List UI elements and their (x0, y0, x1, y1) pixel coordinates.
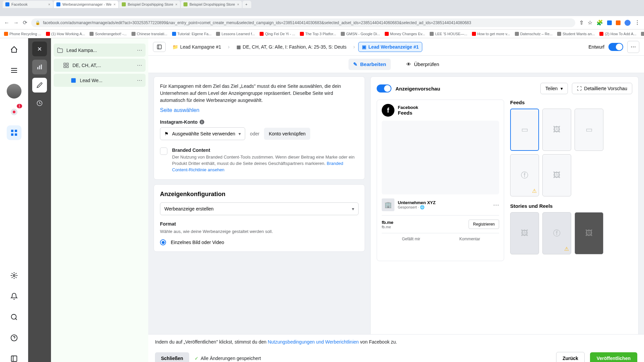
cta-button[interactable]: Registrieren (469, 220, 499, 229)
tree-campaign[interactable]: Lead Kampa... ⋯ (54, 44, 146, 57)
crumb-ad[interactable]: ▣Lead Werbeanzeige #1 (358, 42, 422, 52)
more-icon[interactable]: ⋯ (137, 47, 142, 53)
bell-icon[interactable] (7, 289, 21, 304)
ext-icon[interactable] (616, 20, 621, 25)
back-button[interactable]: Zurück (556, 352, 585, 362)
placement-thumb[interactable]: 🖼 (542, 109, 571, 151)
close-button[interactable]: Schließen (155, 352, 189, 362)
crumb-campaign[interactable]: 📁Lead Kampagne #1 (169, 42, 224, 52)
ext-icon[interactable] (607, 20, 612, 25)
image-icon: 🖼 (521, 229, 528, 238)
config-dropdown[interactable]: Werbeanzeige erstellen ▾ (160, 202, 359, 215)
bookmark-item[interactable]: LEE 'S HOUSE—... (430, 32, 467, 36)
tab-ads-manager[interactable]: Werbeanzeigenmanager - We× (54, 1, 118, 8)
ads-icon[interactable]: 1 (7, 105, 21, 119)
more-icon[interactable]: ⋯ (137, 62, 142, 68)
detailed-preview-button[interactable]: ⛶Detaillierte Vorschau (572, 83, 632, 94)
tab-facebook[interactable]: Facebook× (3, 1, 53, 8)
home-icon[interactable] (7, 42, 21, 57)
extension-icons: ⇧ ☆ 🧩 ⋮ (579, 19, 640, 26)
reload-icon[interactable]: ⟳ (23, 19, 27, 26)
close-icon[interactable]: × (113, 2, 115, 6)
placement-thumb[interactable]: ⓕ⚠ (510, 154, 539, 196)
comment-button[interactable]: Kommentar (440, 233, 499, 245)
bookmark-item[interactable]: Student Wants an... (557, 32, 595, 36)
settings-icon[interactable] (7, 268, 21, 283)
branded-title: Branded Content (172, 147, 359, 153)
avatar-icon[interactable] (625, 20, 631, 26)
bookmark-item[interactable]: (1) How Working A... (46, 32, 85, 36)
ad-media-placeholder (382, 121, 499, 194)
bookmark-item[interactable]: Qing Fei De Yi - ... (260, 32, 295, 36)
grid-icon (63, 62, 69, 68)
clock-icon[interactable] (32, 96, 47, 111)
bookmark-item[interactable]: (2) How To Add A... (599, 32, 636, 36)
bookmark-item[interactable]: Download — Cooki... (641, 32, 644, 36)
new-tab-button[interactable]: + (243, 1, 251, 8)
bookmark-item[interactable]: Datenschutz – Re... (515, 32, 553, 36)
status-toggle[interactable] (608, 43, 623, 51)
close-icon[interactable]: × (48, 2, 50, 6)
more-button[interactable]: ⋯ (627, 41, 639, 53)
placement-thumb[interactable]: 🖼 (542, 154, 571, 196)
info-icon[interactable]: i (200, 120, 204, 124)
close-icon[interactable]: × (237, 2, 239, 6)
collapse-icon[interactable] (7, 351, 21, 362)
tab-edit[interactable]: ✎Bearbeiten (348, 59, 391, 70)
panel-toggle[interactable] (153, 42, 166, 52)
publish-button[interactable]: Veröffentlichen (590, 352, 637, 362)
avatar[interactable] (7, 84, 21, 99)
link-account-button[interactable]: Konto verknüpfen (264, 128, 310, 140)
placement-thumb[interactable]: ▭ (575, 109, 603, 151)
ads-manager-icon[interactable] (7, 125, 21, 140)
tree-adset[interactable]: DE, CH, AT,... ⋯ (54, 59, 146, 72)
placement-thumb[interactable]: ▭ (510, 109, 539, 151)
select-page-link[interactable]: Seite auswählen (160, 107, 199, 113)
bookmark-item[interactable]: How to get more v... (472, 32, 510, 36)
format-radio-single[interactable] (160, 239, 166, 245)
like-button[interactable]: Gefällt mir (382, 233, 440, 245)
tab-store-2[interactable]: Beispiel Dropshipping Store× (181, 1, 242, 8)
svg-point-7 (11, 314, 16, 319)
forward-icon[interactable]: → (13, 20, 19, 26)
help-icon[interactable] (7, 330, 21, 345)
menu-icon[interactable] (7, 63, 21, 78)
bookmark-item[interactable]: Money Changes Ev... (385, 32, 425, 36)
share-icon[interactable]: ⇧ (579, 19, 584, 26)
close-button[interactable] (32, 42, 47, 56)
more-icon[interactable]: ⋯ (137, 77, 142, 83)
bookmark-item[interactable]: Lessons Learned f... (216, 32, 255, 36)
edit-icon[interactable] (32, 78, 47, 93)
tab-review[interactable]: 👁Überprüfen (401, 59, 444, 70)
image-icon: 🖼 (553, 125, 560, 134)
svg-rect-5 (15, 133, 17, 136)
close-icon[interactable]: × (175, 2, 177, 6)
menu-icon[interactable]: ⋮ (635, 19, 640, 26)
preview-toggle[interactable] (377, 84, 391, 93)
placement-thumb[interactable]: ⓕ⚠ (542, 212, 571, 254)
tree-ad[interactable]: Lead We... ⋯ (54, 74, 146, 87)
bookmark-item[interactable]: Sonderangebot! -... (90, 32, 126, 36)
svg-rect-17 (67, 66, 68, 67)
tab-store-1[interactable]: Beispiel Dropshipping Store× (119, 1, 180, 8)
instagram-page-dropdown[interactable]: ⚑ Ausgewählte Seite verwenden ▾ (160, 127, 245, 140)
branded-content-checkbox[interactable] (160, 147, 167, 155)
search-icon[interactable] (7, 310, 21, 324)
chart-icon[interactable] (32, 60, 47, 74)
crumb-adset[interactable]: ▦DE, CH, AT, G: Alle, I: Fashion, A: 25-… (233, 42, 350, 52)
bookmark-item[interactable]: GMSN - Google Di... (341, 32, 380, 36)
share-button[interactable]: Teilen▾ (540, 83, 568, 94)
url-input[interactable]: 🔒 facebook.com/adsmanager/manage/ads/edi… (31, 18, 575, 27)
bookmark-item[interactable]: The Top 3 Platfor... (300, 32, 336, 36)
bookmark-item[interactable]: Phone Recycling ... (4, 32, 41, 36)
placement-thumb[interactable]: 🖼 (575, 212, 603, 254)
placement-thumb[interactable]: 🖼 (510, 212, 539, 254)
puzzle-icon[interactable]: 🧩 (596, 19, 603, 26)
back-icon[interactable]: ← (4, 20, 9, 26)
svg-rect-9 (11, 356, 17, 362)
more-icon[interactable]: ⋯ (493, 201, 499, 208)
bookmark-item[interactable]: Chinese translati... (131, 32, 167, 36)
star-icon[interactable]: ☆ (588, 19, 592, 26)
terms-link[interactable]: Nutzungsbedingungen und Werberichtlinien (268, 339, 359, 345)
bookmark-item[interactable]: Tutorial: Eigene Fa... (172, 32, 212, 36)
